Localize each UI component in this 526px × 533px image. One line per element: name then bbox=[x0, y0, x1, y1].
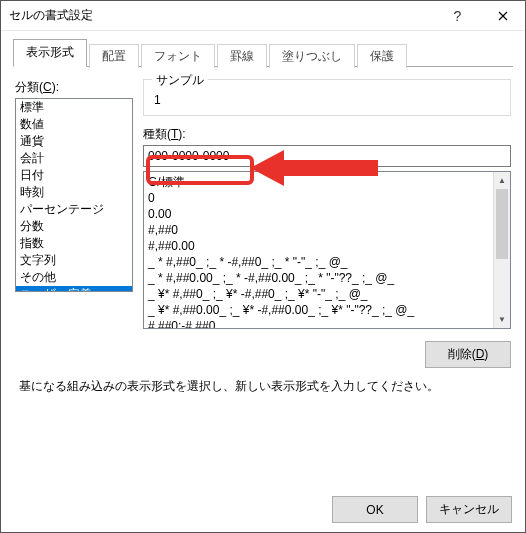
category-item[interactable]: パーセンテージ bbox=[16, 201, 132, 218]
delete-button[interactable]: 削除(D) bbox=[425, 341, 511, 368]
category-label: 分類(C): bbox=[15, 79, 133, 96]
category-item[interactable]: 時刻 bbox=[16, 184, 132, 201]
close-icon bbox=[498, 11, 508, 21]
sample-value: 1 bbox=[152, 93, 502, 107]
sample-label: サンプル bbox=[152, 72, 208, 89]
ok-button[interactable]: OK bbox=[332, 496, 418, 523]
category-item-selected[interactable]: ユーザー定義 bbox=[16, 286, 132, 292]
window-title: セルの書式設定 bbox=[9, 7, 435, 24]
format-item[interactable]: _ * #,##0_ ;_ * -#,##0_ ;_ * "-"_ ;_ @_ bbox=[148, 254, 489, 270]
format-item[interactable]: #,##0;-#,##0 bbox=[148, 318, 489, 328]
sample-group: サンプル 1 bbox=[143, 79, 511, 116]
type-label: 種類(T): bbox=[143, 126, 511, 143]
content-area: 分類(C): 標準 数値 通貨 会計 日付 時刻 パーセンテージ 分数 指数 文… bbox=[1, 67, 525, 335]
scroll-down-icon[interactable]: ▼ bbox=[494, 311, 510, 328]
format-item[interactable]: 0 bbox=[148, 190, 489, 206]
help-button[interactable]: ? bbox=[435, 1, 480, 30]
titlebar: セルの書式設定 ? bbox=[1, 1, 525, 31]
format-item[interactable]: #,##0 bbox=[148, 222, 489, 238]
category-item[interactable]: 文字列 bbox=[16, 252, 132, 269]
tab-fill[interactable]: 塗りつぶし bbox=[269, 44, 355, 68]
category-item[interactable]: 数値 bbox=[16, 116, 132, 133]
category-item[interactable]: 指数 bbox=[16, 235, 132, 252]
category-item[interactable]: 通貨 bbox=[16, 133, 132, 150]
category-list[interactable]: 標準 数値 通貨 会計 日付 時刻 パーセンテージ 分数 指数 文字列 その他 … bbox=[15, 98, 133, 292]
format-item[interactable]: _ * #,##0.00_ ;_ * -#,##0.00_ ;_ * "-"??… bbox=[148, 270, 489, 286]
format-item[interactable]: G/標準 bbox=[148, 174, 489, 190]
format-scrollbar[interactable]: ▲ ▼ bbox=[493, 172, 510, 328]
category-item[interactable]: 会計 bbox=[16, 150, 132, 167]
tab-bar: 表示形式 配置 フォント 罫線 塗りつぶし 保護 bbox=[1, 31, 525, 67]
format-item[interactable]: #,##0.00 bbox=[148, 238, 489, 254]
type-input[interactable] bbox=[143, 145, 511, 167]
scroll-thumb[interactable] bbox=[496, 189, 508, 259]
cancel-button[interactable]: キャンセル bbox=[426, 496, 512, 523]
tab-font[interactable]: フォント bbox=[141, 44, 215, 68]
tab-alignment[interactable]: 配置 bbox=[89, 44, 139, 68]
category-item[interactable]: 標準 bbox=[16, 99, 132, 116]
category-item[interactable]: 分数 bbox=[16, 218, 132, 235]
tab-format[interactable]: 表示形式 bbox=[13, 39, 87, 67]
tab-border[interactable]: 罫線 bbox=[217, 44, 267, 68]
close-button[interactable] bbox=[480, 1, 525, 30]
hint-text: 基になる組み込みの表示形式を選択し、新しい表示形式を入力してください。 bbox=[1, 368, 525, 395]
format-list[interactable]: G/標準 0 0.00 #,##0 #,##0.00 _ * #,##0_ ;_… bbox=[143, 171, 511, 329]
format-item[interactable]: 0.00 bbox=[148, 206, 489, 222]
scroll-up-icon[interactable]: ▲ bbox=[494, 172, 510, 189]
category-item[interactable]: 日付 bbox=[16, 167, 132, 184]
format-item[interactable]: _ ¥* #,##0.00_ ;_ ¥* -#,##0.00_ ;_ ¥* "-… bbox=[148, 302, 489, 318]
format-item[interactable]: _ ¥* #,##0_ ;_ ¥* -#,##0_ ;_ ¥* "-"_ ;_ … bbox=[148, 286, 489, 302]
category-item[interactable]: その他 bbox=[16, 269, 132, 286]
tab-protection[interactable]: 保護 bbox=[357, 44, 407, 68]
